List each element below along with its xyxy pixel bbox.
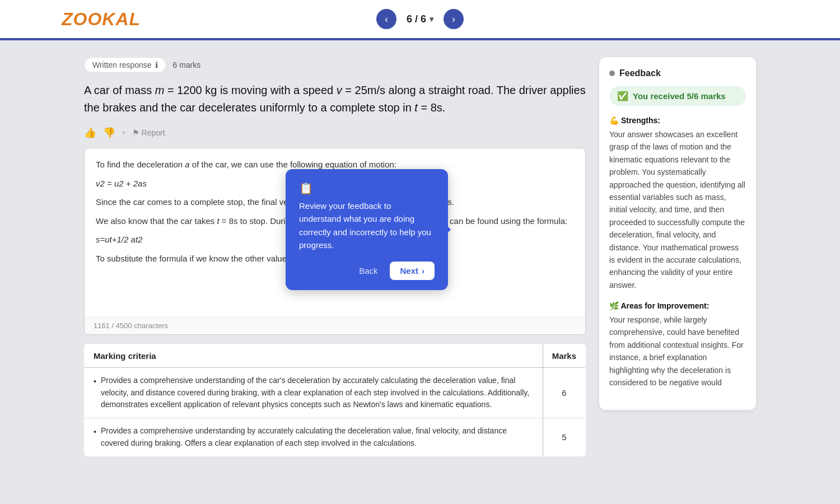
report-label: Report bbox=[142, 128, 165, 137]
criteria-text-2: Provides a comprehensive understanding b… bbox=[101, 425, 534, 449]
score-text: You received 5/6 marks bbox=[633, 91, 726, 101]
right-panel: Feedback ✅ You received 5/6 marks 💪 Stre… bbox=[599, 57, 756, 456]
page-display: 6 / 6 bbox=[407, 13, 426, 25]
thumbs-down-icon[interactable]: 👎 bbox=[103, 127, 115, 139]
feedback-header: Feedback bbox=[609, 68, 746, 78]
feedback-title: Feedback bbox=[619, 68, 661, 78]
marks-cell-1: 6 bbox=[543, 368, 585, 418]
improvement-label: Areas for Improvement: bbox=[620, 301, 709, 310]
bullet-icon: • bbox=[94, 426, 96, 449]
feedback-card: Feedback ✅ You received 5/6 marks 💪 Stre… bbox=[599, 57, 756, 410]
page-indicator[interactable]: 6 / 6 ▾ bbox=[402, 11, 438, 27]
char-count: 1161 / 4500 characters bbox=[85, 316, 585, 334]
nav-controls: ‹ 6 / 6 ▾ › bbox=[376, 9, 464, 29]
main-content: Written response ℹ 6 marks A car of mass… bbox=[84, 57, 756, 456]
thumbs-up-icon[interactable]: 👍 bbox=[84, 127, 96, 139]
meta-bar: Written response ℹ 6 marks bbox=[84, 57, 586, 73]
question-text: A car of mass m = 1200 kg is moving with… bbox=[84, 82, 586, 116]
feedback-dot bbox=[609, 71, 615, 76]
tooltip-overlay: 📋 Review your feedback to understand wha… bbox=[286, 169, 448, 290]
criteria-cell-2: • Provides a comprehensive understanding… bbox=[85, 418, 543, 456]
strengths-label: Strengths: bbox=[621, 116, 660, 125]
report-button[interactable]: ⚑ Report bbox=[132, 128, 165, 137]
page-wrapper: ZOOKAL ‹ 6 / 6 ▾ › Written response ℹ 6 … bbox=[0, 0, 840, 504]
strengths-body: Your answer showcases an excellent grasp… bbox=[609, 128, 746, 291]
info-icon: ℹ bbox=[155, 60, 158, 69]
tooltip-actions: Back Next › bbox=[299, 262, 435, 280]
col-criteria-header: Marking criteria bbox=[85, 344, 543, 368]
tooltip-next-icon: › bbox=[422, 266, 424, 276]
col-marks-header: Marks bbox=[543, 344, 585, 368]
marking-table: Marking criteria Marks • Provides a comp… bbox=[84, 344, 586, 456]
tooltip-icon: 📋 bbox=[299, 181, 435, 195]
char-current: 1161 bbox=[94, 321, 110, 330]
improvement-body: Your response, while largely comprehensi… bbox=[609, 314, 746, 389]
strengths-title: 💪 Strengths: bbox=[609, 116, 746, 125]
action-icons: 👍 👎 • ⚑ Report bbox=[84, 127, 586, 139]
strengths-icon: 💪 bbox=[609, 116, 619, 125]
chevron-down-icon: ▾ bbox=[430, 15, 433, 24]
char-max: 4500 bbox=[116, 321, 132, 330]
table-row: • Provides a comprehensive understanding… bbox=[85, 418, 586, 456]
bullet-icon: • bbox=[94, 376, 96, 411]
separator: • bbox=[122, 128, 125, 138]
improvement-icon: 🌿 bbox=[609, 301, 619, 310]
char-label: characters bbox=[134, 321, 168, 330]
marks-label: 6 marks bbox=[173, 60, 201, 69]
table-row: • Provides a comprehensive understanding… bbox=[85, 368, 586, 418]
flag-icon: ⚑ bbox=[132, 128, 139, 137]
response-type-label: Written response ℹ bbox=[84, 57, 166, 73]
tooltip-text: Review your feedback to understand what … bbox=[299, 199, 435, 251]
strengths-section: 💪 Strengths: Your answer showcases an ex… bbox=[609, 116, 746, 291]
prev-button[interactable]: ‹ bbox=[376, 9, 396, 29]
criteria-cell-1: • Provides a comprehensive understanding… bbox=[85, 368, 543, 418]
logo: ZOOKAL bbox=[62, 9, 141, 30]
tooltip-box: 📋 Review your feedback to understand wha… bbox=[286, 169, 448, 290]
score-check-icon: ✅ bbox=[617, 91, 628, 101]
header: ZOOKAL ‹ 6 / 6 ▾ › bbox=[0, 0, 840, 40]
marks-cell-2: 5 bbox=[543, 418, 585, 456]
criteria-text-1: Provides a comprehensive understanding o… bbox=[101, 375, 534, 411]
improvement-title: 🌿 Areas for Improvement: bbox=[609, 301, 746, 310]
type-text: Written response bbox=[92, 60, 152, 69]
next-button[interactable]: › bbox=[444, 9, 464, 29]
score-badge: ✅ You received 5/6 marks bbox=[609, 86, 746, 106]
tooltip-next-button[interactable]: Next › bbox=[390, 262, 435, 280]
improvement-section: 🌿 Areas for Improvement: Your response, … bbox=[609, 301, 746, 389]
tooltip-back-button[interactable]: Back bbox=[352, 262, 384, 280]
tooltip-next-label: Next bbox=[400, 266, 418, 276]
